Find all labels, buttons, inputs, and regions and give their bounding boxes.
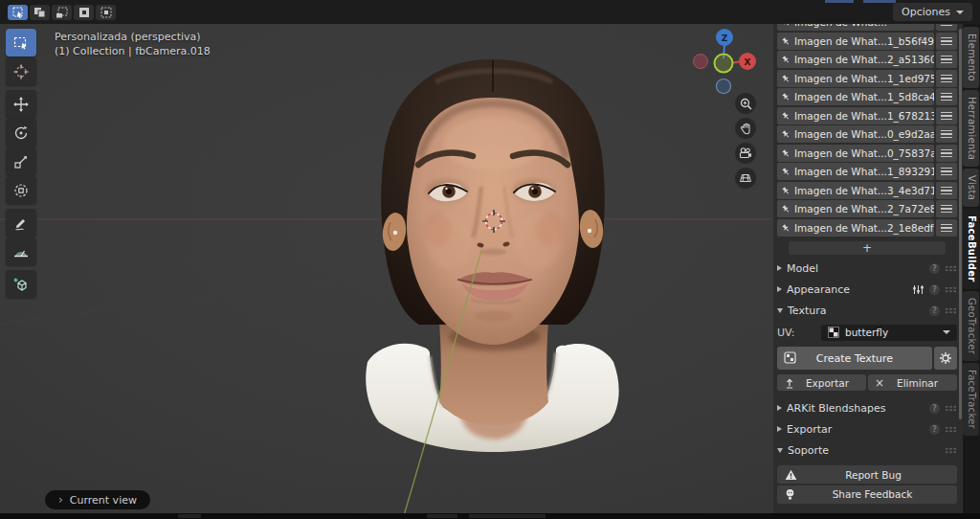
add-image-button[interactable]: + bbox=[789, 241, 946, 255]
image-list-item[interactable]: Imagen de What...1_b56f4921.jpg bbox=[777, 33, 957, 50]
chevron-down-icon bbox=[956, 11, 964, 14]
image-list-item[interactable]: Imagen de What...0_75837a8f.jpg bbox=[777, 145, 957, 162]
image-list-item[interactable]: Imagen de What...2_1e8edf8e.jpg bbox=[777, 219, 957, 237]
sidebar-scrollbar[interactable] bbox=[959, 29, 962, 419]
report-bug-button[interactable]: Report Bug bbox=[777, 465, 957, 484]
chevron-down-icon bbox=[777, 308, 783, 313]
item-menu-icon[interactable] bbox=[936, 145, 957, 162]
viewport-text-overlay: Personalizada (perspectiva) (1) Collecti… bbox=[55, 30, 211, 58]
item-menu-icon[interactable] bbox=[936, 88, 957, 105]
item-menu-icon[interactable] bbox=[936, 182, 957, 199]
help-icon[interactable]: ? bbox=[929, 424, 940, 435]
chevron-right-icon bbox=[777, 426, 782, 432]
select-mode-subtract-button[interactable] bbox=[52, 5, 72, 20]
lightbulb-icon bbox=[785, 488, 795, 501]
panel-model[interactable]: Model ? bbox=[777, 260, 957, 276]
tool-cursor-button[interactable] bbox=[6, 57, 36, 85]
create-texture-button[interactable]: Create Texture bbox=[777, 347, 932, 370]
tab-vista[interactable]: Vista bbox=[963, 169, 979, 207]
image-list-item[interactable]: Imagen de What... bbox=[777, 24, 957, 31]
pin-icon bbox=[781, 92, 791, 102]
chevron-down-icon bbox=[943, 330, 950, 334]
image-list-item[interactable]: Imagen de What...1_893291a6.jpg bbox=[777, 163, 957, 180]
zoom-button[interactable] bbox=[735, 93, 756, 114]
select-mode-intersect-button[interactable] bbox=[96, 5, 116, 20]
item-menu-icon[interactable] bbox=[936, 51, 957, 68]
uv-value: butterfly bbox=[845, 327, 937, 338]
tool-move-button[interactable] bbox=[6, 90, 36, 118]
grip-icon[interactable] bbox=[945, 426, 957, 433]
tool-measure-button[interactable] bbox=[6, 237, 36, 265]
tool-annotate-button[interactable] bbox=[6, 209, 36, 237]
tab-facetracker[interactable]: FaceTracker bbox=[963, 363, 979, 436]
tab-elemento[interactable]: Elemento bbox=[963, 27, 979, 88]
image-list-item[interactable]: Imagen de What...1_678213d7.jpg bbox=[777, 107, 957, 124]
panel-arkit-blendshapes[interactable]: ARKit Blendshapes ? bbox=[777, 400, 957, 416]
current-view-button[interactable]: › Current view bbox=[45, 490, 150, 509]
export-texture-button[interactable]: Exportar bbox=[777, 374, 866, 391]
upload-icon bbox=[784, 377, 795, 389]
uv-select[interactable]: butterfly bbox=[821, 325, 957, 341]
panel-support[interactable]: Soporte bbox=[777, 442, 957, 458]
delete-texture-button[interactable]: × Eliminar bbox=[868, 374, 957, 391]
camera-view-button[interactable] bbox=[735, 143, 756, 164]
pin-icon bbox=[781, 129, 791, 139]
item-menu-icon[interactable] bbox=[936, 125, 957, 143]
select-mode-set-button[interactable] bbox=[8, 5, 28, 20]
tool-add-cube-button[interactable] bbox=[6, 270, 36, 298]
chevron-down-icon bbox=[777, 448, 783, 453]
pin-icon bbox=[781, 204, 791, 214]
svg-text:Z: Z bbox=[722, 34, 728, 43]
tab-facebuilder[interactable]: FaceBuilder bbox=[963, 209, 979, 288]
help-icon[interactable]: ? bbox=[929, 263, 940, 274]
grip-icon[interactable] bbox=[945, 447, 957, 454]
image-list-item[interactable]: Imagen de What...3_4e3d710a.jpg bbox=[777, 182, 957, 199]
tab-herramienta[interactable]: Herramienta bbox=[963, 90, 979, 167]
image-list-item[interactable]: Imagen de What...1_1ed9753a.jpg bbox=[777, 70, 957, 87]
image-list-item[interactable]: Imagen de What...1_5d8ca48d.jpg bbox=[777, 88, 957, 105]
item-menu-icon[interactable] bbox=[936, 70, 957, 87]
share-feedback-button[interactable]: Share Feedback bbox=[777, 485, 957, 504]
image-list-item[interactable]: Imagen de What...2_7a72e8f6.jpg bbox=[777, 200, 957, 217]
tool-select-box-button[interactable] bbox=[6, 29, 36, 56]
grip-icon[interactable] bbox=[945, 286, 957, 293]
grip-icon[interactable] bbox=[945, 307, 957, 314]
help-icon[interactable]: ? bbox=[929, 284, 940, 295]
tool-rotate-button[interactable] bbox=[6, 119, 36, 147]
texture-settings-button[interactable] bbox=[934, 347, 957, 370]
gear-icon bbox=[939, 351, 952, 365]
grip-icon[interactable] bbox=[945, 405, 957, 412]
select-mode-extend-button[interactable] bbox=[30, 5, 50, 20]
item-menu-icon[interactable] bbox=[936, 219, 957, 237]
tool-scale-button[interactable] bbox=[6, 147, 36, 175]
item-menu-icon[interactable] bbox=[936, 24, 957, 31]
help-icon[interactable]: ? bbox=[929, 403, 940, 414]
item-menu-icon[interactable] bbox=[936, 200, 957, 217]
texture-icon bbox=[784, 351, 796, 364]
select-mode-group bbox=[8, 5, 116, 20]
image-list-item[interactable]: Imagen de What...0_e9d2aa3f.jpg bbox=[777, 125, 957, 143]
grip-icon[interactable] bbox=[945, 265, 957, 272]
panel-texture[interactable]: Textura ? bbox=[777, 303, 957, 318]
pin-icon bbox=[781, 111, 791, 121]
clipped-header-fragment bbox=[863, 0, 896, 3]
panel-export[interactable]: Exportar ? bbox=[777, 421, 957, 437]
select-mode-invert-button[interactable] bbox=[74, 5, 94, 20]
pan-hand-button[interactable] bbox=[735, 118, 756, 139]
panel-appearance[interactable]: Appearance ? bbox=[777, 282, 957, 297]
item-menu-icon[interactable] bbox=[936, 163, 957, 180]
tab-geotracker[interactable]: GeoTracker bbox=[963, 291, 979, 361]
ortho-grid-button[interactable] bbox=[735, 168, 756, 189]
help-icon[interactable]: ? bbox=[929, 305, 940, 316]
sliders-icon[interactable] bbox=[912, 284, 924, 295]
face-model bbox=[366, 59, 618, 452]
pin-icon bbox=[781, 36, 791, 46]
item-menu-icon[interactable] bbox=[936, 33, 957, 50]
view-name: Personalizada (perspectiva) bbox=[55, 30, 211, 44]
image-list-item[interactable]: Imagen de What...2_a5136074.jpg bbox=[777, 51, 957, 68]
options-dropdown-button[interactable]: Opciones bbox=[893, 3, 972, 21]
nav-gizmo[interactable]: Z X bbox=[689, 27, 762, 100]
tool-transform-button[interactable] bbox=[6, 176, 36, 204]
gizmo-axis-neg-x bbox=[694, 55, 708, 69]
item-menu-icon[interactable] bbox=[936, 107, 957, 124]
